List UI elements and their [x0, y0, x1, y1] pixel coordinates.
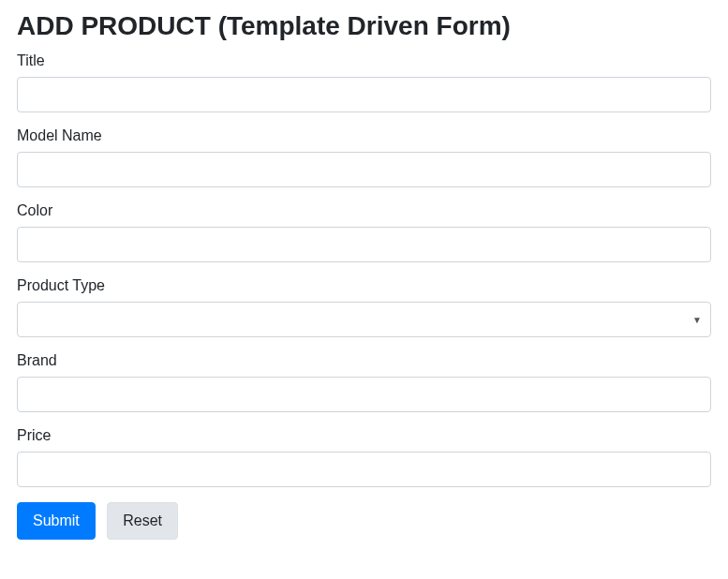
field-model-name-group: Model Name: [17, 127, 711, 187]
page-title: ADD PRODUCT (Template Driven Form): [17, 11, 711, 41]
product-type-label: Product Type: [17, 277, 711, 294]
reset-button[interactable]: Reset: [107, 502, 178, 540]
title-label: Title: [17, 52, 711, 69]
add-product-form: Title Model Name Color Product Type ▼ Br…: [17, 52, 711, 540]
model-name-input[interactable]: [17, 152, 711, 187]
brand-label: Brand: [17, 352, 711, 369]
brand-input[interactable]: [17, 377, 711, 412]
color-label: Color: [17, 202, 711, 219]
field-price-group: Price: [17, 427, 711, 487]
submit-button[interactable]: Submit: [17, 502, 96, 540]
model-name-label: Model Name: [17, 127, 711, 144]
price-label: Price: [17, 427, 711, 444]
price-input[interactable]: [17, 452, 711, 487]
field-title-group: Title: [17, 52, 711, 112]
product-type-select[interactable]: [17, 302, 711, 337]
field-product-type-group: Product Type ▼: [17, 277, 711, 337]
color-input[interactable]: [17, 227, 711, 262]
field-brand-group: Brand: [17, 352, 711, 412]
field-color-group: Color: [17, 202, 711, 262]
title-input[interactable]: [17, 77, 711, 112]
button-row: Submit Reset: [17, 502, 711, 540]
